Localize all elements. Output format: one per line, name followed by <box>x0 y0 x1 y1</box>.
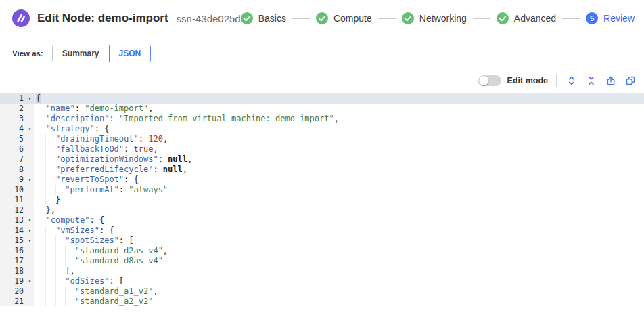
step-basics[interactable]: Basics <box>241 12 286 24</box>
step-connector <box>562 18 580 19</box>
view-as-json-button[interactable]: JSON <box>109 45 152 62</box>
fold-arrow-icon[interactable]: ▾ <box>26 226 34 236</box>
step-networking[interactable]: Networking <box>402 12 467 24</box>
code-line[interactable]: 7 "optimizationWindows": null, <box>0 154 644 165</box>
code-line[interactable]: 10 "performAt": "always" <box>0 185 644 195</box>
line-number: 20 <box>0 286 26 297</box>
code-text[interactable]: "standard_a2_v2" <box>34 297 644 306</box>
code-line[interactable]: 6 "fallbackToOd": true, <box>0 144 644 154</box>
step-label: Review <box>603 13 635 24</box>
code-text[interactable]: "spotSizes": [ <box>34 236 644 246</box>
fold-arrow-icon[interactable]: ▾ <box>26 215 34 226</box>
fold-arrow-icon[interactable]: ▾ <box>26 236 34 246</box>
code-line[interactable]: 19▾ "odSizes": [ <box>0 276 644 286</box>
code-text[interactable]: "standard_a1_v2", <box>34 286 644 297</box>
code-line[interactable]: 17 "standard_d8as_v4" <box>0 256 644 266</box>
code-line[interactable]: 16 "standard_d2as_v4", <box>0 246 644 256</box>
expand-all-button[interactable] <box>564 72 580 89</box>
code-text[interactable]: "standard_d2as_v4", <box>34 246 644 256</box>
code-line[interactable]: 15▾ "spotSizes": [ <box>0 236 644 246</box>
code-text[interactable]: }, <box>34 205 644 215</box>
line-number: 15 <box>0 236 26 246</box>
json-editor[interactable]: 1▾{2 "name": "demo-import",3 "descriptio… <box>0 93 644 306</box>
line-number: 7 <box>0 154 26 165</box>
edit-mode-label: Edit mode <box>507 76 548 85</box>
line-number: 18 <box>0 266 26 276</box>
code-line[interactable]: 20 "standard_a1_v2", <box>0 286 644 297</box>
edit-mode-toggle[interactable] <box>478 75 501 86</box>
code-text[interactable]: "standard_d8as_v4" <box>34 256 644 266</box>
export-button[interactable] <box>603 72 619 89</box>
toggle-knob <box>479 76 488 85</box>
code-text[interactable]: "description": "Imported from virtual ma… <box>34 114 644 124</box>
step-compute[interactable]: Compute <box>316 12 372 24</box>
code-rows: 1▾{2 "name": "demo-import",3 "descriptio… <box>0 93 644 306</box>
line-number: 21 <box>0 297 26 306</box>
collapse-all-button[interactable] <box>583 72 599 89</box>
step-number-badge: 5 <box>586 12 598 24</box>
step-connector <box>292 18 310 19</box>
code-text[interactable]: "preferredLifecycle": null, <box>34 165 644 175</box>
line-number: 16 <box>0 246 26 256</box>
code-line[interactable]: 21 "standard_a2_v2" <box>0 297 644 306</box>
fold-arrow-icon[interactable]: ▾ <box>26 124 34 134</box>
code-line[interactable]: 1▾{ <box>0 93 644 104</box>
code-line[interactable]: 4▾ "strategy": { <box>0 124 644 134</box>
step-review[interactable]: 5Review <box>586 12 635 24</box>
code-text[interactable]: "drainingTimeout": 120, <box>34 134 644 144</box>
code-text[interactable]: "name": "demo-import", <box>34 104 644 114</box>
code-text[interactable]: "strategy": { <box>34 124 644 134</box>
code-text[interactable]: ], <box>34 266 644 276</box>
fold-arrow-icon[interactable]: ▾ <box>26 93 34 104</box>
code-text[interactable]: } <box>34 195 644 205</box>
code-line[interactable]: 5 "drainingTimeout": 120, <box>0 134 644 144</box>
line-number: 2 <box>0 104 26 114</box>
editor-toolbar: Edit mode <box>478 72 639 89</box>
code-line[interactable]: 11 } <box>0 195 644 205</box>
code-text[interactable]: "fallbackToOd": true, <box>34 144 644 154</box>
view-as-group: SummaryJSON <box>52 45 151 62</box>
view-as-row: View as: SummaryJSON <box>12 45 151 62</box>
code-line[interactable]: 8 "preferredLifecycle": null, <box>0 165 644 175</box>
line-number: 9 <box>0 175 26 185</box>
copy-icon <box>625 75 636 86</box>
line-number: 11 <box>0 195 26 205</box>
code-text[interactable]: "revertToSpot": { <box>34 175 644 185</box>
spot-logo-icon <box>12 9 30 27</box>
line-number: 1 <box>0 93 26 104</box>
code-line[interactable]: 18 ], <box>0 266 644 276</box>
wizard-stepper: BasicsComputeNetworkingAdvanced5Review <box>241 12 635 24</box>
code-line[interactable]: 3 "description": "Imported from virtual … <box>0 114 644 124</box>
line-number: 6 <box>0 144 26 154</box>
line-number: 13 <box>0 215 26 226</box>
line-number: 14 <box>0 226 26 236</box>
code-line[interactable]: 14▾ "vmSizes": { <box>0 226 644 236</box>
expand-all-icon <box>566 75 577 86</box>
step-connector <box>473 18 490 19</box>
code-text[interactable]: "optimizationWindows": null, <box>34 154 644 165</box>
view-as-summary-button[interactable]: Summary <box>52 45 110 62</box>
check-circle-icon <box>402 12 414 24</box>
step-label: Compute <box>334 13 372 24</box>
code-line[interactable]: 13▾ "compute": { <box>0 215 644 226</box>
copy-button[interactable] <box>622 72 639 89</box>
code-text[interactable]: "vmSizes": { <box>34 226 644 236</box>
step-advanced[interactable]: Advanced <box>497 12 556 24</box>
code-line[interactable]: 12 }, <box>0 205 644 215</box>
fold-arrow-icon[interactable]: ▾ <box>26 175 34 185</box>
line-number: 4 <box>0 124 26 134</box>
check-icon <box>497 12 509 24</box>
code-text[interactable]: "compute": { <box>34 215 644 226</box>
check-circle-icon <box>497 12 509 24</box>
line-number: 8 <box>0 165 26 175</box>
check-circle-icon <box>241 12 253 24</box>
code-line[interactable]: 2 "name": "demo-import", <box>0 104 644 114</box>
line-number: 12 <box>0 205 26 215</box>
code-line[interactable]: 9▾ "revertToSpot": { <box>0 175 644 185</box>
check-icon <box>316 12 328 24</box>
code-text[interactable]: "performAt": "always" <box>34 185 644 195</box>
code-text[interactable]: { <box>34 93 644 104</box>
toolbar-icons <box>564 72 639 89</box>
fold-arrow-icon[interactable]: ▾ <box>26 276 34 286</box>
code-text[interactable]: "odSizes": [ <box>34 276 644 286</box>
